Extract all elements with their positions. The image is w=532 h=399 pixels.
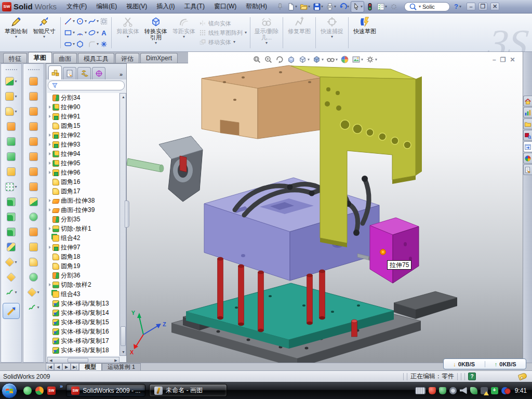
knit-surface-button[interactable] <box>29 194 38 209</box>
taskpane-tab-custom-properties[interactable] <box>523 164 532 175</box>
expand-arrow-icon[interactable] <box>49 134 51 137</box>
expand-arrow-icon[interactable] <box>49 105 51 109</box>
dropdown-caret-icon[interactable]: ▾ <box>331 35 333 39</box>
tree-item[interactable]: 实体-移动/复制17 <box>47 336 119 345</box>
swept-cut-button[interactable] <box>7 149 16 164</box>
dropdown-caret-icon[interactable]: ▾ <box>336 58 338 62</box>
minimize-button[interactable]: – <box>467 3 475 10</box>
tray-connection-icon[interactable] <box>470 387 477 394</box>
taskpane-tab-view-palette[interactable] <box>523 141 532 152</box>
tree-item[interactable]: 拉伸96 <box>47 168 119 177</box>
tree-item[interactable]: 实体-移动/复制15 <box>47 317 119 327</box>
dropdown-caret-icon[interactable]: ▾ <box>375 58 377 62</box>
tab-评估[interactable]: 评估 <box>115 53 139 63</box>
menu-item[interactable]: 文件(F) <box>62 0 91 13</box>
new-document-button[interactable]: ▾ <box>286 2 298 12</box>
scroll-down-button[interactable]: ▼ <box>120 349 127 355</box>
ellipse-tool[interactable]: ▾ <box>88 28 99 38</box>
doc-restore-button[interactable]: ❐ <box>500 56 506 63</box>
lofted-boss-button[interactable] <box>7 119 16 134</box>
quick-launch-safety[interactable] <box>35 387 44 395</box>
tree-item[interactable]: 拉伸91 <box>47 112 119 121</box>
tray-language-keyboard-icon[interactable] <box>415 387 425 394</box>
expand-arrow-icon[interactable] <box>49 143 51 146</box>
cavity-button[interactable] <box>29 270 38 285</box>
extruded-boss-button[interactable]: ▾ <box>5 74 17 89</box>
expand-arrow-icon[interactable] <box>49 115 51 118</box>
tree-item[interactable]: 拉伸95 <box>47 158 119 168</box>
tree-item[interactable]: 实体-移动/复制14 <box>47 308 119 317</box>
assembly-model[interactable]: Y Z X <box>127 52 523 363</box>
sketch-fillet-tool[interactable]: ▾ <box>88 39 99 50</box>
tab-模具工具[interactable]: 模具工具 <box>78 53 114 63</box>
dropdown-caret-icon[interactable]: ▾ <box>85 31 87 35</box>
dropdown-caret-icon[interactable]: ▾ <box>85 19 87 23</box>
save-button[interactable]: ▾ <box>312 2 324 12</box>
draft-analysis-button[interactable] <box>29 224 38 240</box>
hide-show-items-button[interactable]: ▾ <box>326 55 338 64</box>
tree-item[interactable]: 曲面-拉伸39 <box>47 205 119 215</box>
parting-surface-button[interactable] <box>29 89 38 104</box>
dropdown-caret-icon[interactable]: ▾ <box>233 40 235 44</box>
doc-tab-运动算例 1[interactable]: 运动算例 1 <box>102 363 141 370</box>
dropdown-caret-icon[interactable]: ▾ <box>295 5 297 9</box>
options-checklist-button[interactable]: ▾ <box>376 2 388 12</box>
select-cursor-button[interactable]: ▾ <box>351 1 364 12</box>
appearances-button[interactable] <box>340 55 349 64</box>
dropdown-caret-icon[interactable]: ▾ <box>73 31 75 35</box>
boundary-surface-button[interactable] <box>29 179 38 194</box>
tab-特征[interactable]: 特征 <box>3 53 27 63</box>
linear-pattern-button[interactable]: ▾ <box>5 179 17 194</box>
dropdown-caret-icon[interactable]: ▾ <box>97 31 99 35</box>
taskpane-tab-file-explorer[interactable] <box>523 118 532 129</box>
quick-launch-solidworks[interactable]: SW <box>47 387 56 395</box>
dropdown-caret-icon[interactable]: ▾ <box>322 58 324 62</box>
cm-button[interactable]: 显示/删除几...▾ <box>252 15 281 50</box>
pin-button[interactable] <box>275 2 285 12</box>
manager-tabs-overflow[interactable]: » <box>119 71 125 79</box>
menu-item[interactable]: 工具(T) <box>180 0 209 13</box>
arc-tool[interactable]: ▾ <box>76 28 87 38</box>
tree-item[interactable]: 拉伸94 <box>47 149 119 158</box>
dropdown-caret-icon[interactable]: ▾ <box>97 19 99 23</box>
search-caret-icon[interactable]: ▾ <box>419 5 421 9</box>
taskpane-tab-solidworks-resources[interactable] <box>523 96 532 107</box>
zoom-to-area-button[interactable] <box>264 55 273 64</box>
dropdown-caret-icon[interactable]: ▾ <box>73 42 75 46</box>
undercut-analysis-button[interactable] <box>29 240 38 255</box>
reference-geometry-button[interactable]: ▾ <box>5 255 17 270</box>
view-orientation-button[interactable]: ▾ <box>298 55 310 64</box>
nav-last-button[interactable]: ▶| <box>71 363 79 370</box>
doc-minimize-button[interactable]: – <box>493 56 496 63</box>
dropdown-caret-icon[interactable]: ▾ <box>155 41 157 45</box>
dropdown-caret-icon[interactable]: ▾ <box>37 290 39 295</box>
apply-scene-button[interactable]: ▾ <box>352 55 363 64</box>
search-input[interactable] <box>422 4 445 10</box>
line-tool[interactable]: ▾ <box>64 16 75 27</box>
dropdown-caret-icon[interactable]: ▾ <box>334 5 336 9</box>
dimxpert-manager-tab[interactable] <box>92 67 105 79</box>
tree-item[interactable]: 分割35 <box>47 215 119 224</box>
pattern-box-tool[interactable] <box>100 16 108 27</box>
scroll-up-button[interactable]: ▲ <box>120 94 127 100</box>
tree-item[interactable]: 分割34 <box>47 93 119 102</box>
cm-button[interactable]: 智能尺寸▾ <box>30 15 58 50</box>
fillet-button[interactable]: ▾ <box>5 104 17 119</box>
dropdown-caret-icon[interactable]: ▾ <box>15 260 17 264</box>
lofted-surface-button[interactable] <box>29 164 38 179</box>
tray-sync-pair-icon[interactable] <box>501 387 509 394</box>
expand-arrow-icon[interactable] <box>49 171 51 174</box>
tree-item[interactable]: 实体-移动/复制16 <box>47 327 119 336</box>
rebuild-traffic-light-button[interactable] <box>365 2 375 12</box>
nav-next-button[interactable]: ▶ <box>62 363 71 370</box>
restore-button[interactable]: ❐ <box>478 3 487 10</box>
taskpane-tab-appearances-scenes[interactable] <box>523 153 532 164</box>
curve-button[interactable]: ▾ <box>5 285 17 300</box>
cm-button[interactable]: 修复草图 <box>285 15 313 50</box>
status-help-button[interactable]: ? <box>468 373 476 380</box>
open-document-button[interactable]: ▾ <box>299 2 311 12</box>
tray-network-warning-icon[interactable] <box>481 387 488 394</box>
tree-item[interactable]: 实体-移动/复制13 <box>47 299 119 308</box>
tray-antivirus-shield-icon[interactable] <box>429 387 436 394</box>
dropdown-caret-icon[interactable]: ▾ <box>15 95 17 99</box>
